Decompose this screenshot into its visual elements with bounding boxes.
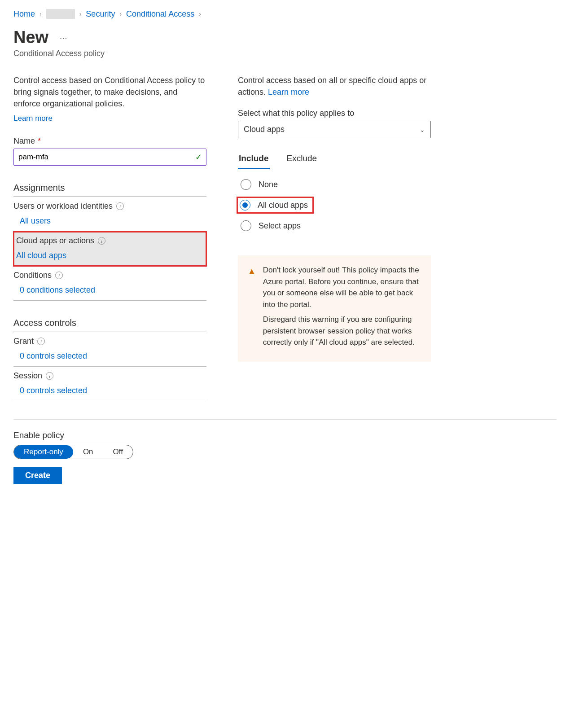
radio-none-label: None (259, 180, 278, 189)
applies-to-dropdown[interactable]: Cloud apps ⌄ (238, 121, 431, 138)
info-icon[interactable]: i (46, 372, 53, 380)
chevron-right-icon: › (79, 10, 82, 18)
breadcrumb-home[interactable]: Home (13, 9, 35, 19)
warning-callout: ▲ Don't lock yourself out! This policy i… (238, 255, 431, 362)
breadcrumb-conditional-access[interactable]: Conditional Access (126, 9, 194, 19)
assignment-conditions[interactable]: Conditions i 0 conditions selected (13, 266, 206, 301)
radio-all-cloud-apps[interactable]: All cloud apps (238, 198, 312, 212)
learn-more-link-right[interactable]: Learn more (268, 88, 309, 96)
radio-select-apps[interactable]: Select apps (238, 219, 431, 233)
chevron-right-icon: › (119, 10, 122, 18)
assignment-users-title: Users or workload identities (13, 202, 113, 211)
access-session[interactable]: Session i 0 controls selected (13, 367, 206, 401)
warning-text-1: Don't lock yourself out! This policy imp… (263, 264, 421, 310)
assignment-cloud-value[interactable]: All cloud apps (13, 246, 206, 266)
enable-policy-toggle: Report-only On Off (13, 445, 133, 459)
policy-description: Control access based on Conditional Acce… (13, 75, 206, 110)
toggle-report-only[interactable]: Report-only (14, 445, 73, 459)
dropdown-value: Cloud apps (244, 125, 285, 134)
assignment-conditions-title: Conditions (13, 271, 52, 280)
applies-to-label: Select what this policy applies to (238, 109, 431, 118)
right-panel: Control access based on all or specific … (238, 75, 431, 401)
warning-icon: ▲ (248, 265, 256, 352)
access-session-value[interactable]: 0 controls selected (13, 381, 206, 401)
breadcrumb-redacted (46, 9, 75, 19)
toggle-on[interactable]: On (73, 445, 103, 459)
info-icon[interactable]: i (116, 202, 124, 210)
radio-select-label: Select apps (259, 221, 301, 231)
info-icon[interactable]: i (55, 272, 63, 279)
access-grant[interactable]: Grant i 0 controls selected (13, 332, 206, 367)
right-description: Control access based on all or specific … (238, 75, 431, 98)
toggle-off[interactable]: Off (103, 445, 133, 459)
more-actions-button[interactable]: … (59, 32, 68, 45)
breadcrumb-security[interactable]: Security (86, 9, 115, 19)
radio-icon (241, 220, 251, 231)
required-indicator: * (38, 136, 41, 146)
include-radio-group: None All cloud apps Select apps (238, 177, 431, 233)
create-button[interactable]: Create (13, 467, 62, 484)
breadcrumb: Home › › Security › Conditional Access › (13, 9, 557, 19)
tab-exclude[interactable]: Exclude (286, 152, 318, 169)
chevron-right-icon: › (39, 10, 42, 18)
access-grant-value[interactable]: 0 controls selected (13, 346, 206, 366)
tab-include[interactable]: Include (238, 152, 270, 169)
chevron-right-icon: › (199, 10, 201, 18)
assignment-users[interactable]: Users or workload identities i All users (13, 197, 206, 232)
enable-policy-label: Enable policy (13, 430, 557, 440)
checkmark-icon: ✓ (195, 152, 202, 162)
assignments-header: Assignments (13, 178, 206, 197)
access-controls-header: Access controls (13, 313, 206, 332)
radio-none[interactable]: None (238, 177, 431, 192)
info-icon[interactable]: i (37, 338, 45, 345)
radio-all-label: All cloud apps (258, 201, 308, 210)
access-session-title: Session (13, 371, 42, 381)
page-title: New (13, 28, 48, 47)
warning-text-2: Disregard this warning if you are config… (263, 314, 421, 348)
bottom-bar: Enable policy Report-only On Off Create (13, 419, 557, 484)
include-exclude-tabs: Include Exclude (238, 152, 431, 169)
page-subtitle: Conditional Access policy (13, 49, 557, 58)
assignment-users-value[interactable]: All users (13, 211, 206, 231)
learn-more-link[interactable]: Learn more (13, 114, 53, 123)
info-icon[interactable]: i (98, 237, 105, 245)
radio-icon (241, 179, 251, 190)
chevron-down-icon: ⌄ (420, 126, 425, 133)
assignment-cloud-title: Cloud apps or actions (16, 236, 94, 246)
radio-icon (240, 200, 250, 211)
assignment-cloud-apps[interactable]: Cloud apps or actions i All cloud apps (13, 232, 206, 266)
name-label: Name* (13, 136, 206, 146)
policy-name-input[interactable] (13, 149, 206, 166)
assignment-conditions-value[interactable]: 0 conditions selected (13, 280, 206, 300)
access-grant-title: Grant (13, 337, 34, 346)
left-panel: Control access based on Conditional Acce… (13, 75, 206, 401)
